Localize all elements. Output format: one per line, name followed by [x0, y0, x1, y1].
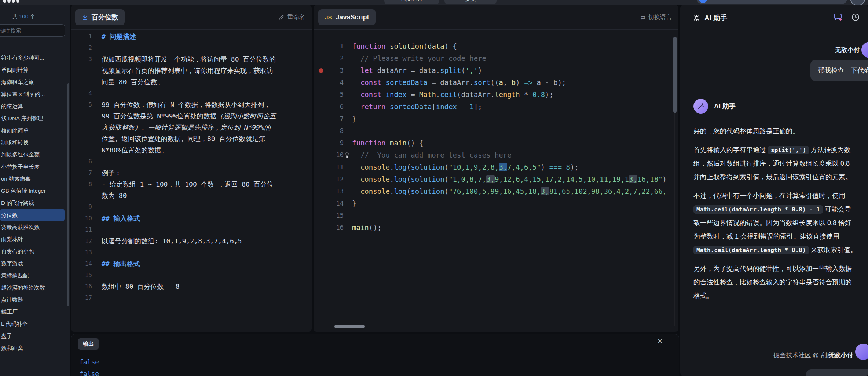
code-line[interactable]: 6 return sortedData[index - 1]; [314, 101, 678, 113]
code-line-text[interactable]: console.log(solution("10,1,9,2,8,3,7,4,6… [344, 161, 678, 173]
code-line-text[interactable]: // Please write your code here [344, 52, 678, 64]
sidebar-item[interactable]: 盘子 [0, 330, 67, 342]
promo-pill[interactable] [696, 0, 848, 4]
line-number: 11 [71, 224, 102, 235]
sidebar-item[interactable]: 制求和转换 [0, 136, 67, 148]
sidebar-item[interactable]: 再贪心的小包 [0, 245, 67, 257]
search-input[interactable] [0, 25, 65, 36]
breakpoint-gutter[interactable] [314, 173, 328, 185]
line-number [71, 144, 102, 156]
code-line[interactable]: 9function main() { [314, 137, 678, 149]
sidebar-item[interactable]: D 的飞行路线 [0, 197, 67, 209]
rename-button[interactable]: 重命名 [279, 5, 305, 29]
code-line-text[interactable]: } [344, 113, 678, 125]
editor-hscroll-thumb[interactable] [334, 325, 365, 328]
code-line[interactable]: 14} [314, 198, 678, 210]
breakpoint-dot[interactable] [319, 68, 323, 73]
sidebar-item-selected[interactable]: 分位数 [0, 209, 65, 221]
code-line-text[interactable]: main(); [344, 222, 678, 234]
code-line-text[interactable]: function solution(data) { [344, 40, 678, 52]
tab-javascript[interactable]: JS JavaScript [318, 9, 376, 25]
sidebar-item[interactable]: 到最多红包金额 [0, 148, 67, 161]
sidebar-item[interactable]: 点计数器 [0, 294, 67, 306]
code-line-text[interactable]: const sortedData = dataArr.sort((a, b) =… [344, 77, 678, 89]
code-line-text[interactable]: // You can add more test cases here [344, 149, 678, 161]
breakpoint-gutter[interactable] [314, 52, 328, 64]
breakpoint-gutter[interactable] [314, 210, 328, 222]
breakpoint-gutter[interactable] [314, 137, 328, 149]
code-line[interactable]: 10 // You can add more test cases here [314, 149, 678, 161]
code-line-text[interactable]: return sortedData[index - 1]; [344, 101, 678, 113]
sidebar-item[interactable]: 糕工厂 [0, 306, 67, 318]
problem-line: 11 [71, 224, 312, 235]
sidebar-item[interactable]: 意标题匹配 [0, 269, 67, 281]
sidebar-item[interactable]: 数字游戏 [0, 257, 67, 269]
code-line-text[interactable]: console.log(solution("76,100,5,99,16,45,… [344, 185, 678, 198]
sidebar-item[interactable]: 符串有多少种可... [0, 52, 67, 64]
code-line[interactable]: 4 const sortedData = dataArr.sort((a, b)… [314, 77, 678, 89]
code-line[interactable]: 1function solution(data) { [314, 40, 678, 52]
line-number: 11 [328, 161, 344, 173]
sidebar-item[interactable]: 数和距离 [0, 342, 67, 354]
sparkle-icon [693, 14, 700, 22]
code-line-text[interactable]: const index = Math.ceil(dataArr.length *… [344, 89, 678, 101]
sidebar-scrollbar[interactable] [67, 83, 69, 306]
sidebar-item[interactable]: 海湖租车之旅 [0, 76, 67, 88]
sidebar-item[interactable]: 的逆运算 [0, 100, 67, 112]
code-lines[interactable]: 1function solution(data) {2 // Please wr… [314, 40, 678, 234]
code-line-text[interactable] [344, 210, 678, 222]
line-number [71, 122, 102, 133]
code-line-text[interactable] [344, 125, 678, 137]
sidebar-item[interactable]: 单四则计算 [0, 64, 67, 76]
sidebar-item[interactable]: 小替换子串长度 [0, 161, 67, 173]
breakpoint-gutter[interactable] [314, 149, 328, 161]
run-button[interactable]: 自测运行 [384, 0, 439, 4]
sidebar-item[interactable]: L 代码补全 [0, 318, 67, 330]
breakpoint-gutter[interactable] [314, 113, 328, 125]
close-output-button[interactable]: × [658, 336, 662, 346]
sidebar-item[interactable]: GB 色值转 Integer [0, 185, 67, 197]
code-line[interactable]: 12 console.log(solution("1,0,8,7,3,9,12,… [314, 173, 678, 185]
problem-line: 16数组中 80 百分位数 — 8 [71, 281, 312, 292]
code-line-text[interactable]: function main() { [344, 137, 678, 149]
sidebar-item[interactable]: 状 DNA 序列整理 [0, 112, 67, 124]
breakpoint-gutter[interactable] [314, 101, 328, 113]
sidebar-item[interactable]: 格如此简单 [0, 124, 67, 136]
code-line[interactable]: 11 console.log(solution("10,1,9,2,8,3,7,… [314, 161, 678, 173]
submit-button[interactable]: 提交 [444, 0, 497, 4]
breakpoint-gutter[interactable] [314, 125, 328, 137]
breakpoint-gutter[interactable] [314, 77, 328, 89]
breakpoint-gutter[interactable] [314, 89, 328, 101]
code-line[interactable]: 16main(); [314, 222, 678, 234]
breakpoint-gutter[interactable] [314, 222, 328, 234]
lightbulb-icon[interactable] [345, 152, 349, 158]
problem-line: N*80%位置处的数据。 [71, 144, 312, 156]
editor-vscroll-thumb[interactable] [673, 37, 677, 113]
code-line[interactable]: 13 console.log(solution("76,100,5,99,16,… [314, 185, 678, 198]
code-line[interactable]: 3 let dataArr = data.split(',') [314, 64, 678, 77]
breakpoint-gutter[interactable] [314, 161, 328, 173]
new-chat-icon[interactable] [834, 12, 843, 22]
sidebar-item[interactable]: 雨梨花针 [0, 233, 67, 245]
breakpoint-gutter[interactable] [314, 198, 328, 210]
code-line-text[interactable]: } [344, 198, 678, 210]
breakpoint-gutter[interactable] [314, 40, 328, 52]
code-line-text[interactable]: let dataArr = data.split(',') [344, 64, 678, 77]
sidebar-item[interactable]: 算位置 x 到 y 的... [0, 88, 67, 100]
output-tab[interactable]: 输出 [78, 338, 99, 350]
sidebar-item[interactable]: 赛最高获胜次数 [0, 221, 67, 233]
sidebar-item[interactable]: on 勒索病毒 [0, 173, 67, 185]
breakpoint-gutter[interactable] [314, 185, 328, 198]
switch-language-button[interactable]: ⇄ 切换语言 [641, 5, 672, 29]
code-line[interactable]: 2 // Please write your code here [314, 52, 678, 64]
code-line[interactable]: 15 [314, 210, 678, 222]
code-line-text[interactable]: console.log(solution("1,0,8,7,3,9,12,6,4… [344, 173, 678, 185]
sidebar-item[interactable]: 越沙漠的补给次数 [0, 281, 67, 294]
code-line[interactable]: 5 const index = Math.ceil(dataArr.length… [314, 89, 678, 101]
line-number: 13 [71, 247, 102, 258]
breakpoint-gutter[interactable] [314, 64, 328, 77]
code-line[interactable]: 8 [314, 125, 678, 137]
history-clock-icon[interactable] [851, 13, 860, 22]
problem-title-button[interactable]: 百分位数 [75, 9, 125, 25]
code-line[interactable]: 7} [314, 113, 678, 125]
